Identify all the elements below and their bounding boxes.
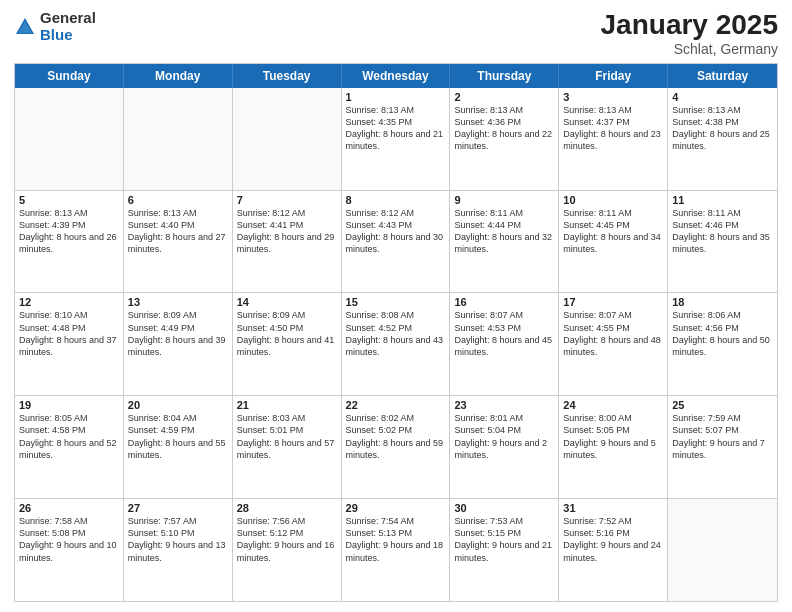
calendar-cell <box>124 88 233 190</box>
day-info: Sunrise: 7:52 AM Sunset: 5:16 PM Dayligh… <box>563 515 663 564</box>
day-info: Sunrise: 8:13 AM Sunset: 4:39 PM Dayligh… <box>19 207 119 256</box>
calendar-cell: 6Sunrise: 8:13 AM Sunset: 4:40 PM Daylig… <box>124 191 233 293</box>
header-day-wednesday: Wednesday <box>342 64 451 88</box>
day-info: Sunrise: 8:13 AM Sunset: 4:35 PM Dayligh… <box>346 104 446 153</box>
header-day-thursday: Thursday <box>450 64 559 88</box>
header: General Blue January 2025 Schlat, German… <box>14 10 778 57</box>
day-number: 21 <box>237 399 337 411</box>
calendar-cell: 17Sunrise: 8:07 AM Sunset: 4:55 PM Dayli… <box>559 293 668 395</box>
day-info: Sunrise: 8:13 AM Sunset: 4:38 PM Dayligh… <box>672 104 773 153</box>
day-number: 9 <box>454 194 554 206</box>
day-number: 23 <box>454 399 554 411</box>
calendar-cell: 2Sunrise: 8:13 AM Sunset: 4:36 PM Daylig… <box>450 88 559 190</box>
day-number: 17 <box>563 296 663 308</box>
calendar-cell: 19Sunrise: 8:05 AM Sunset: 4:58 PM Dayli… <box>15 396 124 498</box>
day-number: 5 <box>19 194 119 206</box>
day-number: 18 <box>672 296 773 308</box>
day-info: Sunrise: 7:59 AM Sunset: 5:07 PM Dayligh… <box>672 412 773 461</box>
calendar-cell <box>15 88 124 190</box>
day-info: Sunrise: 8:02 AM Sunset: 5:02 PM Dayligh… <box>346 412 446 461</box>
calendar-cell: 12Sunrise: 8:10 AM Sunset: 4:48 PM Dayli… <box>15 293 124 395</box>
calendar-subtitle: Schlat, Germany <box>601 41 778 57</box>
calendar-row-3: 12Sunrise: 8:10 AM Sunset: 4:48 PM Dayli… <box>15 293 777 396</box>
calendar-body: 1Sunrise: 8:13 AM Sunset: 4:35 PM Daylig… <box>15 88 777 601</box>
logo-text: General Blue <box>40 10 96 43</box>
day-number: 6 <box>128 194 228 206</box>
day-number: 25 <box>672 399 773 411</box>
logo: General Blue <box>14 10 96 43</box>
day-info: Sunrise: 8:07 AM Sunset: 4:53 PM Dayligh… <box>454 309 554 358</box>
day-info: Sunrise: 7:58 AM Sunset: 5:08 PM Dayligh… <box>19 515 119 564</box>
calendar-cell: 1Sunrise: 8:13 AM Sunset: 4:35 PM Daylig… <box>342 88 451 190</box>
logo-blue: Blue <box>40 27 96 44</box>
logo-general: General <box>40 10 96 27</box>
day-info: Sunrise: 8:05 AM Sunset: 4:58 PM Dayligh… <box>19 412 119 461</box>
calendar-row-5: 26Sunrise: 7:58 AM Sunset: 5:08 PM Dayli… <box>15 499 777 601</box>
day-info: Sunrise: 8:07 AM Sunset: 4:55 PM Dayligh… <box>563 309 663 358</box>
day-info: Sunrise: 8:08 AM Sunset: 4:52 PM Dayligh… <box>346 309 446 358</box>
title-block: January 2025 Schlat, Germany <box>601 10 778 57</box>
day-number: 26 <box>19 502 119 514</box>
day-number: 7 <box>237 194 337 206</box>
calendar-row-2: 5Sunrise: 8:13 AM Sunset: 4:39 PM Daylig… <box>15 191 777 294</box>
day-number: 29 <box>346 502 446 514</box>
header-day-saturday: Saturday <box>668 64 777 88</box>
day-number: 12 <box>19 296 119 308</box>
day-info: Sunrise: 7:56 AM Sunset: 5:12 PM Dayligh… <box>237 515 337 564</box>
day-number: 30 <box>454 502 554 514</box>
day-number: 15 <box>346 296 446 308</box>
day-number: 13 <box>128 296 228 308</box>
calendar-cell: 29Sunrise: 7:54 AM Sunset: 5:13 PM Dayli… <box>342 499 451 601</box>
day-number: 27 <box>128 502 228 514</box>
day-info: Sunrise: 8:04 AM Sunset: 4:59 PM Dayligh… <box>128 412 228 461</box>
calendar-cell <box>668 499 777 601</box>
day-number: 10 <box>563 194 663 206</box>
calendar-row-1: 1Sunrise: 8:13 AM Sunset: 4:35 PM Daylig… <box>15 88 777 191</box>
calendar-cell: 25Sunrise: 7:59 AM Sunset: 5:07 PM Dayli… <box>668 396 777 498</box>
calendar-cell: 13Sunrise: 8:09 AM Sunset: 4:49 PM Dayli… <box>124 293 233 395</box>
day-info: Sunrise: 7:53 AM Sunset: 5:15 PM Dayligh… <box>454 515 554 564</box>
day-info: Sunrise: 8:13 AM Sunset: 4:36 PM Dayligh… <box>454 104 554 153</box>
day-info: Sunrise: 8:11 AM Sunset: 4:46 PM Dayligh… <box>672 207 773 256</box>
calendar-cell: 27Sunrise: 7:57 AM Sunset: 5:10 PM Dayli… <box>124 499 233 601</box>
header-day-tuesday: Tuesday <box>233 64 342 88</box>
day-number: 22 <box>346 399 446 411</box>
day-number: 1 <box>346 91 446 103</box>
calendar-cell: 31Sunrise: 7:52 AM Sunset: 5:16 PM Dayli… <box>559 499 668 601</box>
day-info: Sunrise: 8:03 AM Sunset: 5:01 PM Dayligh… <box>237 412 337 461</box>
calendar-header: SundayMondayTuesdayWednesdayThursdayFrid… <box>15 64 777 88</box>
day-number: 24 <box>563 399 663 411</box>
day-number: 28 <box>237 502 337 514</box>
day-number: 19 <box>19 399 119 411</box>
day-info: Sunrise: 7:54 AM Sunset: 5:13 PM Dayligh… <box>346 515 446 564</box>
day-number: 11 <box>672 194 773 206</box>
day-info: Sunrise: 8:06 AM Sunset: 4:56 PM Dayligh… <box>672 309 773 358</box>
day-info: Sunrise: 8:01 AM Sunset: 5:04 PM Dayligh… <box>454 412 554 461</box>
calendar-cell: 28Sunrise: 7:56 AM Sunset: 5:12 PM Dayli… <box>233 499 342 601</box>
day-info: Sunrise: 8:11 AM Sunset: 4:44 PM Dayligh… <box>454 207 554 256</box>
calendar-cell: 21Sunrise: 8:03 AM Sunset: 5:01 PM Dayli… <box>233 396 342 498</box>
calendar-cell: 30Sunrise: 7:53 AM Sunset: 5:15 PM Dayli… <box>450 499 559 601</box>
calendar-cell: 8Sunrise: 8:12 AM Sunset: 4:43 PM Daylig… <box>342 191 451 293</box>
calendar-cell: 24Sunrise: 8:00 AM Sunset: 5:05 PM Dayli… <box>559 396 668 498</box>
calendar-cell: 5Sunrise: 8:13 AM Sunset: 4:39 PM Daylig… <box>15 191 124 293</box>
calendar-cell: 15Sunrise: 8:08 AM Sunset: 4:52 PM Dayli… <box>342 293 451 395</box>
calendar-cell: 18Sunrise: 8:06 AM Sunset: 4:56 PM Dayli… <box>668 293 777 395</box>
calendar-cell: 7Sunrise: 8:12 AM Sunset: 4:41 PM Daylig… <box>233 191 342 293</box>
calendar-cell: 9Sunrise: 8:11 AM Sunset: 4:44 PM Daylig… <box>450 191 559 293</box>
day-number: 16 <box>454 296 554 308</box>
day-number: 31 <box>563 502 663 514</box>
calendar-cell: 14Sunrise: 8:09 AM Sunset: 4:50 PM Dayli… <box>233 293 342 395</box>
day-info: Sunrise: 8:12 AM Sunset: 4:41 PM Dayligh… <box>237 207 337 256</box>
day-number: 4 <box>672 91 773 103</box>
day-number: 3 <box>563 91 663 103</box>
day-info: Sunrise: 8:11 AM Sunset: 4:45 PM Dayligh… <box>563 207 663 256</box>
day-info: Sunrise: 8:13 AM Sunset: 4:37 PM Dayligh… <box>563 104 663 153</box>
calendar-cell: 20Sunrise: 8:04 AM Sunset: 4:59 PM Dayli… <box>124 396 233 498</box>
calendar-cell <box>233 88 342 190</box>
page: General Blue January 2025 Schlat, German… <box>0 0 792 612</box>
day-number: 14 <box>237 296 337 308</box>
calendar-cell: 4Sunrise: 8:13 AM Sunset: 4:38 PM Daylig… <box>668 88 777 190</box>
day-info: Sunrise: 8:00 AM Sunset: 5:05 PM Dayligh… <box>563 412 663 461</box>
header-day-monday: Monday <box>124 64 233 88</box>
